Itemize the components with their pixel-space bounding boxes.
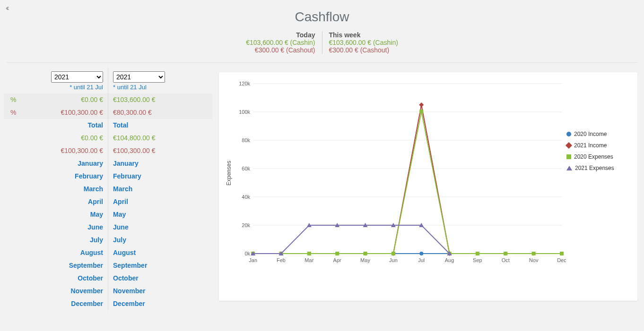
svg-text:Oct: Oct bbox=[502, 257, 510, 263]
month-link-1-8[interactable]: September bbox=[108, 259, 212, 272]
month-link-0-4[interactable]: May bbox=[4, 208, 108, 221]
collapse-icon[interactable]: ‹‹ bbox=[6, 4, 8, 12]
svg-rect-63 bbox=[504, 252, 507, 255]
divider bbox=[7, 62, 637, 63]
month-link-1-4[interactable]: May bbox=[108, 208, 212, 221]
svg-text:Jul: Jul bbox=[418, 257, 425, 263]
svg-rect-60 bbox=[419, 110, 423, 113]
month-link-1-1[interactable]: February bbox=[108, 170, 212, 183]
svg-text:May: May bbox=[360, 257, 370, 263]
svg-text:Jun: Jun bbox=[389, 257, 398, 263]
svg-text:0k: 0k bbox=[244, 251, 250, 256]
svg-rect-64 bbox=[532, 252, 536, 255]
svg-text:60k: 60k bbox=[242, 166, 250, 171]
month-link-0-3[interactable]: April bbox=[4, 195, 108, 208]
month-link-0-10[interactable]: November bbox=[4, 285, 108, 297]
legend-label: 2020 Income bbox=[574, 131, 607, 137]
page-title: Cashflow bbox=[0, 9, 644, 25]
month-link-1-3[interactable]: April bbox=[108, 195, 212, 208]
until-note-0: * until 21 Jul bbox=[4, 83, 108, 93]
total-label-0: Total bbox=[4, 119, 108, 132]
legend-item[interactable]: 2020 Income bbox=[566, 131, 633, 137]
svg-text:100k: 100k bbox=[239, 109, 250, 115]
year-select-0[interactable]: 2021 bbox=[51, 71, 103, 83]
svg-text:40k: 40k bbox=[242, 194, 250, 200]
total-income-0: €0.00 € bbox=[4, 132, 108, 144]
period-income-1: €103,600.00 € bbox=[108, 93, 212, 106]
chart-legend: 2020 Income 2021 Income 2020 Expenses 20… bbox=[566, 79, 633, 268]
month-link-1-9[interactable]: October bbox=[108, 272, 212, 285]
legend-item[interactable]: 2020 Expenses bbox=[566, 153, 633, 160]
summary-week-cashout: €300.00 € (Cashout) bbox=[329, 46, 398, 54]
summary-week-cashin: €103,600.00 € (Cashin) bbox=[329, 39, 398, 46]
svg-text:Aug: Aug bbox=[445, 257, 454, 263]
svg-text:Feb: Feb bbox=[277, 257, 286, 263]
summary-week-label: This week bbox=[329, 31, 398, 39]
svg-rect-59 bbox=[392, 252, 395, 255]
svg-text:80k: 80k bbox=[242, 137, 250, 143]
cashflow-chart-card: Expenses 0k20k40k60k80k100k120kJanFebMar… bbox=[219, 72, 637, 301]
legend-label: 2021 Expenses bbox=[575, 165, 614, 171]
month-link-0-7[interactable]: August bbox=[4, 246, 108, 259]
month-link-1-10[interactable]: November bbox=[108, 285, 212, 297]
month-link-0-2[interactable]: March bbox=[4, 183, 108, 195]
total-expense-0: €100,300.00 € bbox=[4, 144, 108, 157]
month-link-1-11[interactable]: December bbox=[108, 297, 212, 310]
svg-text:Apr: Apr bbox=[333, 257, 342, 263]
summary-today-cashout: €300.00 € (Cashout) bbox=[246, 46, 315, 54]
month-link-0-0[interactable]: January bbox=[4, 157, 108, 170]
svg-point-45 bbox=[419, 252, 423, 255]
summary-today-label: Today bbox=[246, 31, 315, 39]
period-income-0: %€0.00 € bbox=[4, 93, 108, 106]
month-link-1-0[interactable]: January bbox=[108, 157, 212, 170]
month-link-0-8[interactable]: September bbox=[4, 259, 108, 272]
svg-marker-52 bbox=[419, 102, 424, 107]
month-link-1-2[interactable]: March bbox=[108, 183, 212, 195]
total-label-1: Total bbox=[108, 119, 212, 132]
svg-text:120k: 120k bbox=[239, 81, 250, 86]
legend-item[interactable]: 2021 Expenses bbox=[566, 165, 633, 171]
period-expense-1: €80,300.00 € bbox=[108, 106, 212, 119]
legend-label: 2020 Expenses bbox=[574, 153, 613, 160]
summary-today-cashin: €103,600.00 € (Cashin) bbox=[246, 39, 315, 46]
svg-rect-58 bbox=[364, 252, 367, 255]
cashflow-chart: 0k20k40k60k80k100k120kJanFebMarAprMayJun… bbox=[234, 79, 566, 268]
svg-text:Mar: Mar bbox=[305, 257, 313, 263]
svg-rect-62 bbox=[476, 252, 479, 255]
month-link-1-5[interactable]: June bbox=[108, 221, 212, 234]
svg-text:Dec: Dec bbox=[557, 257, 566, 263]
month-link-0-5[interactable]: June bbox=[4, 221, 108, 234]
legend-swatch bbox=[566, 154, 571, 159]
svg-text:Sep: Sep bbox=[473, 257, 482, 263]
month-link-0-9[interactable]: October bbox=[4, 272, 108, 285]
svg-rect-65 bbox=[560, 252, 564, 255]
svg-text:20k: 20k bbox=[242, 222, 250, 228]
until-note-1: * until 21 Jul bbox=[108, 83, 212, 93]
total-expense-1: €100,300.00 € bbox=[108, 144, 212, 157]
month-link-0-1[interactable]: February bbox=[4, 170, 108, 183]
month-link-0-6[interactable]: July bbox=[4, 234, 108, 246]
legend-label: 2021 Income bbox=[574, 142, 607, 149]
month-link-1-7[interactable]: August bbox=[108, 246, 212, 259]
year-select-1[interactable]: 2021 bbox=[113, 71, 165, 83]
svg-rect-56 bbox=[307, 252, 311, 255]
month-link-0-11[interactable]: December bbox=[4, 297, 108, 310]
total-income-1: €104,800.00 € bbox=[108, 132, 212, 144]
svg-text:Jan: Jan bbox=[249, 257, 257, 263]
legend-item[interactable]: 2021 Income bbox=[566, 142, 633, 149]
chart-y-label: Expenses bbox=[224, 79, 234, 268]
svg-text:Nov: Nov bbox=[529, 257, 539, 263]
cashflow-summary: Today €103,600.00 € (Cashin) €300.00 € (… bbox=[0, 31, 644, 54]
legend-swatch bbox=[566, 132, 571, 136]
svg-rect-57 bbox=[335, 252, 339, 255]
period-expense-0: %€100,300.00 € bbox=[4, 106, 108, 119]
month-link-1-6[interactable]: July bbox=[108, 234, 212, 246]
legend-swatch bbox=[566, 142, 572, 149]
legend-swatch bbox=[566, 166, 572, 170]
comparison-columns: 2021 * until 21 Jul %€0.00 € %€100,300.0… bbox=[0, 68, 212, 310]
